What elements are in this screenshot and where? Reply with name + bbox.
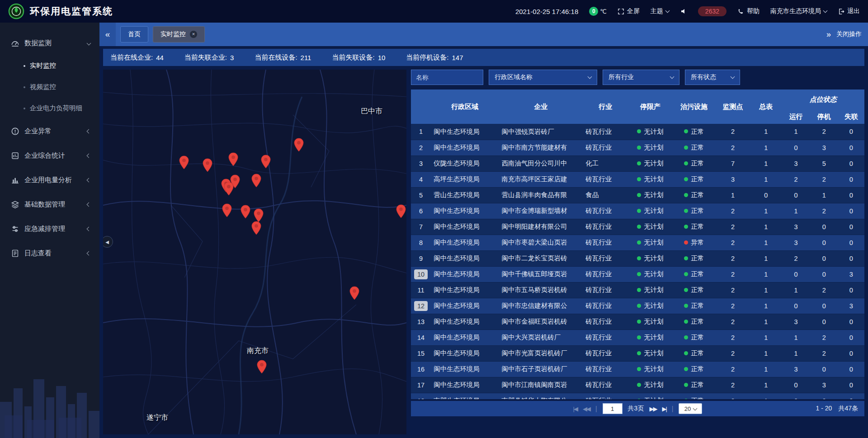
table-row[interactable]: 4高坪生态环境局南充市高坪区王家店建砖瓦行业无计划正常31220 <box>411 171 864 187</box>
map-pin[interactable] <box>228 152 238 168</box>
map-pin[interactable] <box>203 158 212 174</box>
region-header: 行政区域 <box>431 89 499 124</box>
tab-close-icon[interactable]: × <box>190 31 197 38</box>
status-filter-select[interactable]: 所有状态 <box>685 70 740 85</box>
tabs-scroll-left-button[interactable]: « <box>99 23 116 46</box>
map-city-label: 巴中市 <box>361 107 382 116</box>
name-filter-input[interactable] <box>411 70 483 85</box>
table-row[interactable]: 18南部生态环境局南部县斌华土陶有限公砖瓦行业无计划正常21060 <box>411 393 864 399</box>
cell-run: 3 <box>782 314 810 330</box>
cell-stop: 2 <box>810 330 838 345</box>
help-button[interactable]: 帮助 <box>737 7 760 15</box>
sidebar-group-5[interactable]: 应急减排管理 <box>0 217 99 241</box>
cell-points: 2 <box>716 377 750 393</box>
cell-offline: 0 <box>838 235 864 250</box>
table-row[interactable]: 2阆中生态环境局阆中市南方节能建材有砖瓦行业无计划正常21030 <box>411 140 864 155</box>
table-row[interactable]: 7阆中生态环境局阆中明阳建材有限公司砖瓦行业无计划正常21300 <box>411 219 864 235</box>
first-page-button[interactable]: |◀ <box>573 405 577 412</box>
theme-dropdown[interactable]: 主题 <box>651 7 669 15</box>
status-dot <box>684 399 688 399</box>
cell-stop: 0 <box>810 298 838 314</box>
tab-realtime-monitoring[interactable]: 实时监控 × <box>153 26 205 42</box>
page-size-select[interactable]: 20 <box>679 403 702 414</box>
cell-facility-status: 正常 <box>673 377 716 393</box>
cell-row-number: 8 <box>411 235 431 250</box>
cell-industry: 砖瓦行业 <box>583 171 628 187</box>
sidebar-group-3[interactable]: 企业用电量分析 <box>0 168 99 192</box>
fullscreen-button[interactable]: 全屏 <box>618 7 640 15</box>
map-pin[interactable] <box>349 286 359 301</box>
map-pin[interactable] <box>294 138 304 153</box>
table-row[interactable]: 5营山生态环境局营山县润丰肉食品有限食品无计划正常10010 <box>411 187 864 203</box>
map-pin[interactable] <box>179 155 189 171</box>
sidebar-group-label: 基础数据管理 <box>24 200 65 209</box>
cell-facility-status: 正常 <box>673 298 716 314</box>
cell-meters: 1 <box>750 203 782 219</box>
map-pin[interactable] <box>224 182 234 197</box>
map-pin[interactable] <box>241 205 250 220</box>
cell-region: 营山生态环境局 <box>431 187 499 203</box>
prev-page-button[interactable]: ◀◀ <box>583 405 590 412</box>
sidebar-item[interactable]: 视频监控 <box>0 76 99 98</box>
table-row[interactable]: 6阆中生态环境局阆中市金博瑞新型墙材砖瓦行业无计划正常21120 <box>411 203 864 219</box>
tab-home[interactable]: 首页 <box>120 26 148 42</box>
table-row[interactable]: 17阆中生态环境局阆中市江南镇阆南页岩砖瓦行业无计划正常21030 <box>411 377 864 393</box>
cell-points: 2 <box>716 345 750 361</box>
sidebar-group-0[interactable]: 数据监测 <box>0 31 99 55</box>
sliders-icon <box>11 225 19 233</box>
alarm-count-badge[interactable]: 2632 <box>698 6 726 16</box>
status-dot <box>684 272 688 276</box>
map-city-label: 遂宁市 <box>146 413 168 423</box>
map-panel[interactable]: 巴中市 南充市 遂宁市 ◀ <box>103 70 406 434</box>
datetime-label: 2021-02-25 17:46:18 <box>515 8 578 15</box>
map-pin[interactable] <box>251 174 261 189</box>
announcement-speaker-icon[interactable] <box>680 8 687 15</box>
region-filter-select[interactable]: 行政区域名称 <box>489 70 597 85</box>
sidebar-group-6[interactable]: 日志查看 <box>0 241 99 265</box>
sidebar-group-4[interactable]: 基础数据管理 <box>0 192 99 217</box>
table-row[interactable]: 10阆中生态环境局阆中千佛镇五郎垭页岩砖瓦行业无计划正常21003 <box>411 266 864 282</box>
cell-industry: 砖瓦行业 <box>583 140 628 155</box>
sidebar-item[interactable]: 实时监控 <box>0 55 99 76</box>
sidebar-item[interactable]: 企业电力负荷明细 <box>0 98 99 119</box>
table-row[interactable]: 8阆中生态环境局阆中市枣碧大梁山页岩砖瓦行业无计划异常21300 <box>411 235 864 250</box>
table-row[interactable]: 13阆中生态环境局阆中市金福旺页岩机砖砖瓦行业无计划正常21300 <box>411 314 864 330</box>
map-pin[interactable] <box>257 360 267 375</box>
stat-value: 10 <box>378 54 386 61</box>
table-row[interactable]: 3仪陇生态环境局西南油气田分公司川中化工无计划正常71350 <box>411 155 864 171</box>
status-dot <box>684 129 688 133</box>
cell-facility-status: 正常 <box>673 124 716 140</box>
industry-filter-select[interactable]: 所有行业 <box>603 70 679 85</box>
bullet-icon <box>24 65 25 67</box>
close-operations-button[interactable]: 关闭操作 <box>836 30 862 38</box>
map-pin[interactable] <box>222 203 232 219</box>
cell-meters: 1 <box>750 345 782 361</box>
tabs-scroll-right-button[interactable]: » <box>826 30 831 39</box>
cell-company: 阆中市忠信建材有限公 <box>499 298 583 314</box>
table-row[interactable]: 9阆中生态环境局阆中市二龙长宝页岩砖砖瓦行业无计划正常21200 <box>411 250 864 266</box>
org-dropdown[interactable]: 南充市生态环境局 <box>770 7 827 15</box>
table-row[interactable]: 1阆中生态环境局阆中强锐页岩砖厂砖瓦行业无计划正常21120 <box>411 124 864 140</box>
table-row[interactable]: 12阆中生态环境局阆中市忠信建材有限公砖瓦行业无计划正常21003 <box>411 298 864 314</box>
last-page-button[interactable]: ▶| <box>662 405 666 412</box>
logout-button[interactable]: 退出 <box>838 7 860 15</box>
cell-region: 阆中生态环境局 <box>431 250 499 266</box>
map-pin[interactable] <box>251 221 261 236</box>
sidebar-group-1[interactable]: 企业异常 <box>0 119 99 143</box>
next-page-button[interactable]: ▶▶ <box>649 405 656 412</box>
map-pin[interactable] <box>396 204 406 220</box>
temperature-badge: 0 <box>589 7 598 16</box>
chevron-icon <box>87 202 91 207</box>
cell-region: 阆中生态环境局 <box>431 140 499 155</box>
cell-row-number: 3 <box>411 155 431 171</box>
table-row[interactable]: 11阆中生态环境局阆中市五马桥页岩机砖砖瓦行业无计划正常21120 <box>411 282 864 298</box>
cell-stop: 0 <box>810 219 838 235</box>
table-row[interactable]: 15阆中生态环境局阆中市光富页岩机砖厂砖瓦行业无计划正常21120 <box>411 345 864 361</box>
table-row[interactable]: 14阆中生态环境局阆中大兴页岩机砖厂砖瓦行业无计划正常21120 <box>411 330 864 345</box>
sidebar-group-2[interactable]: 企业综合统计 <box>0 143 99 168</box>
bullet-icon <box>24 108 25 109</box>
cell-points: 2 <box>716 235 750 250</box>
map-pin[interactable] <box>261 155 271 170</box>
page-number-input[interactable] <box>603 403 623 414</box>
table-row[interactable]: 16阆中生态环境局阆中市石子页岩机砖厂砖瓦行业无计划正常21300 <box>411 361 864 377</box>
